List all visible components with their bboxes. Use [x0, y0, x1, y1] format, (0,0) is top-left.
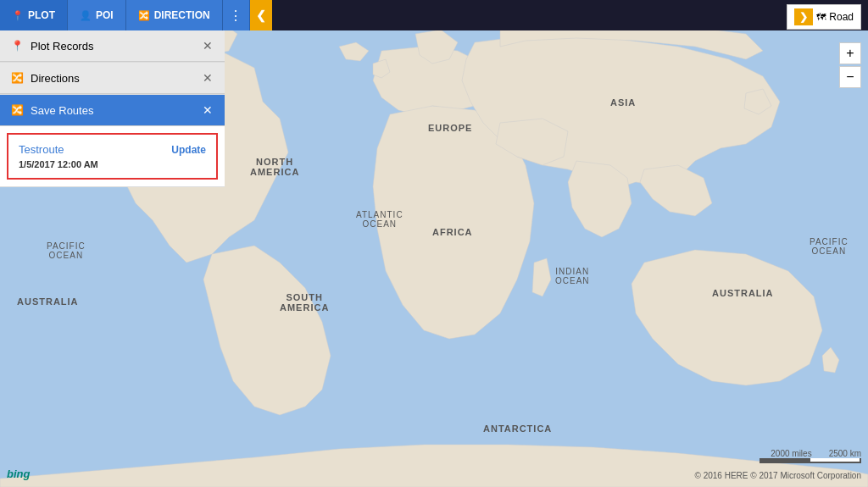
- zoom-controls: + −: [839, 42, 861, 90]
- route-update-button[interactable]: Update: [171, 144, 206, 156]
- scale-label-miles: 2000 miles: [771, 449, 811, 458]
- save-routes-panel: 🔀 Save Routes ✕ Testroute Update 1/5/201…: [0, 95, 225, 187]
- directions-close[interactable]: ✕: [201, 71, 214, 85]
- direction-label: DIRECTION: [154, 9, 210, 21]
- route-date: 1/5/2017 12:00 AM: [19, 159, 206, 169]
- route-item: Testroute Update 1/5/2017 12:00 AM: [7, 133, 218, 180]
- zoom-in-button[interactable]: +: [839, 42, 861, 64]
- plot-records-icon: 📍: [10, 39, 24, 53]
- sidebar: 📍 Plot Records ✕ 🔀 Directions ✕ 🔀 Save R…: [0, 30, 225, 187]
- plot-records-panel: 📍 Plot Records ✕: [0, 30, 225, 63]
- more-icon: ⋮: [229, 8, 242, 24]
- zoom-out-button[interactable]: −: [839, 66, 861, 88]
- toolbar: 📍 PLOT 👤 POI 🔀 DIRECTION ⋮ ❮: [0, 0, 868, 30]
- route-name[interactable]: Testroute: [19, 143, 64, 156]
- scale-label-km: 2500 km: [829, 449, 861, 458]
- scale-half-dark: [761, 458, 810, 462]
- poi-label: POI: [96, 9, 114, 21]
- bing-logo: bing: [7, 468, 30, 480]
- more-button[interactable]: ⋮: [223, 0, 250, 30]
- direction-icon: 🔀: [138, 10, 150, 21]
- bing-text: bing: [7, 468, 30, 480]
- plot-button[interactable]: 📍 PLOT: [0, 0, 68, 30]
- road-arrow-icon: ❯: [794, 8, 813, 25]
- directions-title: Directions: [31, 72, 194, 85]
- scale-bar: 2000 miles 2500 km: [760, 449, 861, 463]
- scale-half-light: [810, 458, 860, 462]
- plot-label: PLOT: [28, 9, 55, 21]
- direction-button[interactable]: 🔀 DIRECTION: [126, 0, 223, 30]
- road-icon: 🗺: [816, 12, 826, 22]
- directions-icon: 🔀: [10, 71, 24, 85]
- directions-header[interactable]: 🔀 Directions ✕: [0, 63, 225, 94]
- scale-labels: 2000 miles 2500 km: [771, 449, 861, 458]
- copyright: © 2016 HERE © 2017 Microsoft Corporation: [695, 471, 862, 480]
- plot-records-header[interactable]: 📍 Plot Records ✕: [0, 30, 225, 62]
- save-routes-header[interactable]: 🔀 Save Routes ✕: [0, 95, 225, 126]
- route-item-header: Testroute Update: [19, 143, 206, 156]
- road-button[interactable]: ❯ 🗺 Road: [787, 4, 861, 30]
- road-label: Road: [829, 11, 854, 23]
- poi-icon: 👤: [80, 10, 92, 21]
- collapse-icon: ❮: [256, 8, 266, 22]
- save-routes-title: Save Routes: [31, 104, 194, 117]
- plot-records-title: Plot Records: [31, 40, 194, 53]
- poi-button[interactable]: 👤 POI: [68, 0, 126, 30]
- plot-records-close[interactable]: ✕: [201, 39, 214, 53]
- plot-icon: 📍: [12, 10, 24, 21]
- scale-line: [760, 458, 861, 463]
- save-routes-icon: 🔀: [10, 103, 24, 117]
- save-routes-close[interactable]: ✕: [201, 103, 214, 117]
- directions-panel: 🔀 Directions ✕: [0, 63, 225, 95]
- collapse-button[interactable]: ❮: [250, 0, 272, 30]
